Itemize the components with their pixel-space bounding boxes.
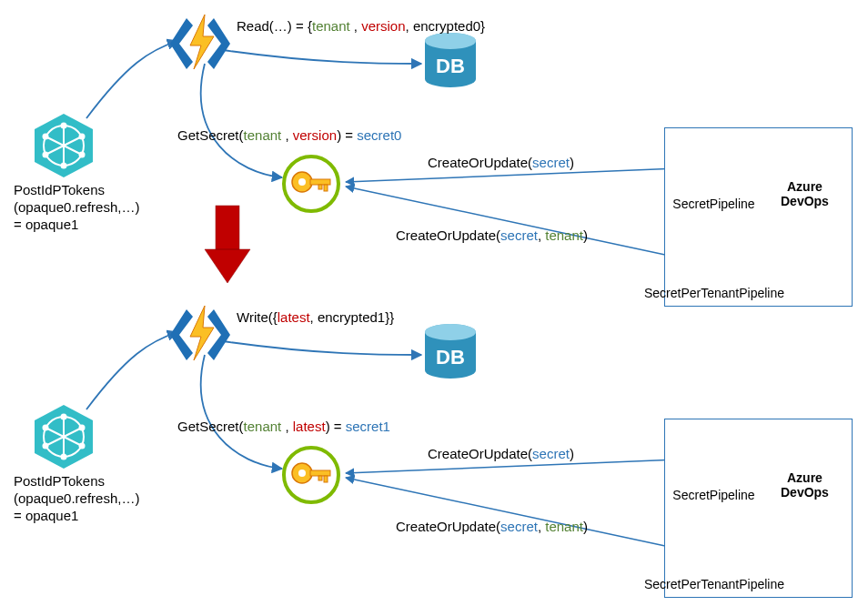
svg-point-9 xyxy=(44,417,84,457)
keyvault-icon xyxy=(284,448,338,502)
svg-point-17 xyxy=(425,33,476,49)
svg-point-16 xyxy=(425,33,476,49)
secret-pipeline-label: SecretPipeline xyxy=(671,488,757,502)
create-or-update-tenant-label: CreateOrUpdate(secret, tenant) xyxy=(396,227,588,243)
svg-point-11 xyxy=(61,454,67,460)
azure-function-icon xyxy=(170,306,230,360)
svg-rect-25 xyxy=(310,179,330,185)
post-idp-tokens-label: PostIdPTokens (opaque0.refresh,…) = opaq… xyxy=(14,182,146,233)
svg-point-6 xyxy=(79,134,86,140)
azure-function-icon xyxy=(170,15,230,71)
secret-per-tenant-pipeline-label: SecretPerTenantPipeline xyxy=(637,577,792,591)
azure-devops-group xyxy=(664,127,853,307)
create-or-update-tenant-label: CreateOrUpdate(secret, tenant) xyxy=(396,519,588,534)
svg-rect-33 xyxy=(318,476,322,480)
svg-rect-27 xyxy=(318,185,322,189)
svg-rect-1 xyxy=(216,206,239,249)
svg-point-8 xyxy=(79,152,86,158)
svg-point-2 xyxy=(44,126,84,166)
svg-point-19 xyxy=(425,324,476,340)
api-management-icon xyxy=(35,114,93,177)
svg-point-3 xyxy=(61,123,67,129)
svg-point-23 xyxy=(292,172,312,192)
azure-devops-group xyxy=(664,419,853,598)
svg-text:DB: DB xyxy=(436,346,465,369)
svg-rect-32 xyxy=(324,476,328,482)
getsecret-call-label: GetSecret(tenant , latest) = secret1 xyxy=(177,419,390,434)
flow-transition-arrow xyxy=(205,206,250,283)
keyvault-icon xyxy=(284,157,338,211)
svg-point-24 xyxy=(298,178,306,186)
svg-point-15 xyxy=(79,443,86,449)
svg-point-14 xyxy=(43,443,49,449)
svg-point-20 xyxy=(425,324,476,340)
svg-point-12 xyxy=(43,425,49,431)
azure-devops-label: Azure DevOps xyxy=(781,470,829,500)
svg-point-5 xyxy=(43,134,49,140)
database-icon: DB xyxy=(425,324,476,379)
svg-text:DB: DB xyxy=(436,55,465,77)
svg-point-7 xyxy=(43,152,49,158)
database-icon: DB xyxy=(425,33,476,87)
svg-point-22 xyxy=(284,157,338,211)
svg-rect-31 xyxy=(310,470,330,476)
svg-rect-0 xyxy=(216,206,239,249)
svg-point-13 xyxy=(79,425,86,431)
create-or-update-label: CreateOrUpdate(secret) xyxy=(428,155,574,170)
create-or-update-label: CreateOrUpdate(secret) xyxy=(428,446,574,461)
svg-point-4 xyxy=(61,163,67,169)
secret-pipeline-label: SecretPipeline xyxy=(671,197,757,211)
azure-devops-label: Azure DevOps xyxy=(781,179,829,208)
svg-point-28 xyxy=(284,448,338,502)
svg-point-10 xyxy=(61,414,67,420)
getsecret-call-label: GetSecret(tenant , version) = secret0 xyxy=(177,127,401,143)
svg-point-30 xyxy=(298,470,306,477)
api-management-icon xyxy=(35,405,93,469)
write-call-label: Write({latest, encrypted1}} xyxy=(237,309,394,325)
svg-point-29 xyxy=(292,463,312,483)
post-idp-tokens-label: PostIdPTokens (opaque0.refresh,…) = opaq… xyxy=(14,473,146,524)
svg-rect-26 xyxy=(324,185,328,191)
read-call-label: Read(…) = {tenant , version, encrypted0} xyxy=(237,18,485,34)
secret-per-tenant-pipeline-label: SecretPerTenantPipeline xyxy=(637,286,792,300)
